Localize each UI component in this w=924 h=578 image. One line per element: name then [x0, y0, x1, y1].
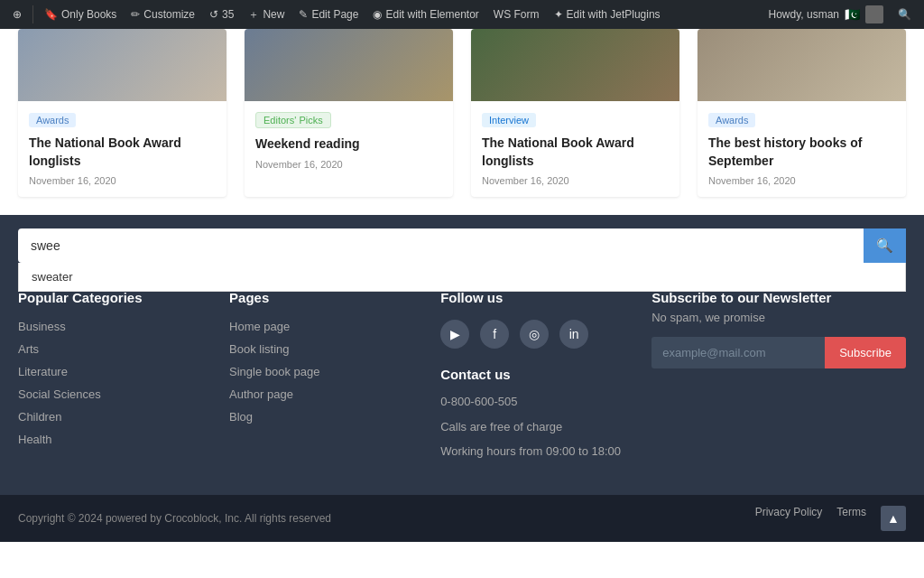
card-3: Interview The National Book Award longli… — [471, 29, 679, 197]
card-1-image — [18, 29, 226, 101]
card-4-image — [698, 29, 906, 101]
footer-cat-health[interactable]: Health — [18, 433, 202, 446]
card-4-body: Awards The best history books of Septemb… — [698, 101, 906, 197]
search-section: 🔍 sweater — [0, 215, 924, 263]
scroll-top-button[interactable]: ▲ — [881, 506, 906, 531]
flag-icon: 🇵🇰 — [845, 7, 860, 22]
footer-cat-arts[interactable]: Arts — [18, 342, 202, 356]
comments-link[interactable]: ↺ 35 — [204, 0, 239, 29]
card-1-body: Awards The National Book Award longlists… — [18, 101, 226, 197]
contact-hours: Working hours from 09:00 to 18:00 — [440, 443, 624, 461]
site-icon: 🔖 — [44, 8, 58, 21]
customize-link[interactable]: ✏ Customize — [125, 0, 200, 29]
card-2-tag[interactable]: Editors' Picks — [255, 112, 331, 128]
bottom-links: Privacy Policy Terms ▲ — [755, 506, 906, 531]
avatar — [865, 5, 883, 23]
plus-icon: ＋ — [248, 7, 259, 23]
facebook-icon[interactable]: f — [480, 320, 509, 349]
footer-newsletter-col: Subscribe to our Newsletter No spam, we … — [651, 290, 906, 468]
card-3-date: November 16, 2020 — [482, 175, 669, 186]
admin-bar: ⊕ 🔖 Only Books ✏ Customize ↺ 35 ＋ New ✎ … — [0, 0, 924, 29]
footer-follow-col: Follow us ▶ f ◎ in Contact us 0-800-600-… — [440, 290, 624, 468]
terms-link[interactable]: Terms — [836, 506, 866, 531]
search-btn-icon: 🔍 — [876, 238, 893, 253]
scroll-top-icon: ▲ — [887, 511, 900, 526]
footer-page-blog[interactable]: Blog — [229, 410, 413, 424]
edit-icon: ✎ — [299, 8, 308, 21]
newsletter-subscribe-button[interactable]: Subscribe — [825, 337, 906, 368]
footer-page-home[interactable]: Home page — [229, 320, 413, 333]
card-1-date: November 16, 2020 — [29, 175, 216, 186]
footer-follow-title: Follow us — [440, 290, 624, 305]
wp-icon[interactable]: ⊕ — [7, 0, 27, 29]
search-toggle[interactable]: 🔍 — [892, 0, 917, 29]
footer-grid: Popular Categories Business Arts Literat… — [18, 290, 906, 468]
customize-icon: ✏ — [131, 8, 140, 21]
social-icons: ▶ f ◎ in — [440, 320, 624, 349]
card-4-date: November 16, 2020 — [708, 175, 895, 186]
card-4: Awards The best history books of Septemb… — [698, 29, 906, 197]
footer-page-book-listing[interactable]: Book listing — [229, 342, 413, 356]
cards-section: Awards The National Book Award longlists… — [0, 29, 924, 215]
card-2-title: Weekend reading — [255, 135, 442, 154]
search-input[interactable] — [18, 229, 864, 262]
youtube-icon[interactable]: ▶ — [440, 320, 469, 349]
wp-logo-icon: ⊕ — [13, 8, 22, 21]
jet-icon: ✦ — [554, 8, 563, 21]
newsletter-form: Subscribe — [651, 337, 906, 368]
search-dropdown: sweater — [18, 263, 906, 292]
card-2-date: November 16, 2020 — [255, 159, 442, 170]
search-icon: 🔍 — [898, 8, 911, 21]
newsletter-subtitle: No spam, we promise — [651, 311, 906, 324]
card-4-tag[interactable]: Awards — [708, 113, 755, 127]
page-wrapper: Awards The National Book Award longlists… — [0, 29, 924, 542]
bottom-bar: Copyright © 2024 powered by Crocoblock, … — [0, 495, 924, 542]
elementor-icon: ◉ — [373, 8, 382, 21]
card-1-tag[interactable]: Awards — [29, 113, 76, 127]
newsletter-title: Subscribe to our Newsletter — [651, 290, 906, 305]
card-2-body: Editors' Picks Weekend reading November … — [245, 101, 453, 181]
linkedin-icon[interactable]: in — [559, 320, 588, 349]
contact-free-charge: Calls are free of charge — [440, 418, 624, 436]
card-2: Editors' Picks Weekend reading November … — [245, 29, 453, 197]
footer-page-single-book[interactable]: Single book page — [229, 365, 413, 378]
card-3-image — [471, 29, 679, 101]
ws-form-link[interactable]: WS Form — [488, 0, 545, 29]
card-2-image — [245, 29, 453, 101]
contact-title: Contact us — [440, 367, 624, 382]
new-link[interactable]: ＋ New — [243, 0, 290, 29]
search-button[interactable]: 🔍 — [864, 228, 906, 263]
search-bar: 🔍 sweater — [18, 228, 906, 263]
footer-cat-business[interactable]: Business — [18, 320, 202, 333]
edit-page-link[interactable]: ✎ Edit Page — [293, 0, 364, 29]
comments-icon: ↺ — [209, 8, 218, 21]
user-menu[interactable]: Howdy, usman 🇵🇰 — [763, 0, 889, 29]
site-name[interactable]: 🔖 Only Books — [39, 0, 122, 29]
footer-categories-col: Popular Categories Business Arts Literat… — [18, 290, 202, 468]
footer-cat-children[interactable]: Children — [18, 410, 202, 424]
footer-page-author[interactable]: Author page — [229, 387, 413, 401]
card-1: Awards The National Book Award longlists… — [18, 29, 226, 197]
contact-phone: 0-800-600-505 — [440, 393, 624, 411]
newsletter-email-input[interactable] — [651, 337, 825, 368]
separator — [32, 5, 33, 23]
card-4-title: The best history books of September — [708, 135, 895, 170]
card-3-tag[interactable]: Interview — [482, 113, 536, 127]
card-3-title: The National Book Award longlists — [482, 135, 669, 170]
footer-cat-literature[interactable]: Literature — [18, 365, 202, 378]
privacy-policy-link[interactable]: Privacy Policy — [755, 506, 823, 531]
card-3-body: Interview The National Book Award longli… — [471, 101, 679, 197]
copyright-text: Copyright © 2024 powered by Crocoblock, … — [18, 512, 331, 525]
search-suggestion-1[interactable]: sweater — [19, 263, 905, 291]
footer: Popular Categories Business Arts Literat… — [0, 263, 924, 495]
footer-pages-title: Pages — [229, 290, 413, 305]
jet-plugins-link[interactable]: ✦ Edit with JetPlugins — [549, 0, 666, 29]
footer-cat-social-sciences[interactable]: Social Sciences — [18, 387, 202, 401]
footer-pages-col: Pages Home page Book listing Single book… — [229, 290, 413, 468]
edit-elementor-link[interactable]: ◉ Edit with Elementor — [367, 0, 484, 29]
instagram-icon[interactable]: ◎ — [520, 320, 549, 349]
footer-categories-title: Popular Categories — [18, 290, 202, 305]
cards-grid: Awards The National Book Award longlists… — [18, 29, 906, 197]
card-1-title: The National Book Award longlists — [29, 135, 216, 170]
